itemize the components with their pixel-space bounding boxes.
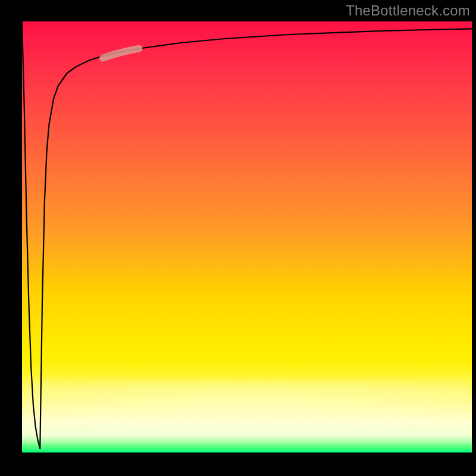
curve-layer: [22, 21, 472, 453]
chart-plot-area: [22, 21, 472, 453]
series-curve-up: [40, 29, 472, 448]
watermark-label: TheBottleneck.com: [346, 2, 470, 19]
chart-frame: TheBottleneck.com: [0, 0, 476, 476]
series-curve-down: [22, 21, 40, 449]
highlight-segment: [103, 49, 139, 58]
